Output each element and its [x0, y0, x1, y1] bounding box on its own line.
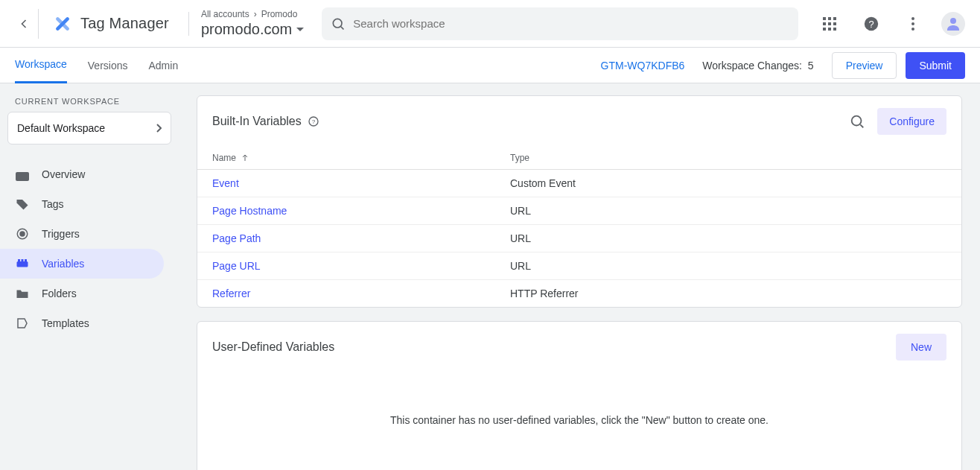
userdef-card-title: User-Defined Variables: [212, 340, 334, 354]
col-type-header: Type: [510, 153, 946, 163]
sidebar-item-label: Folders: [42, 288, 77, 299]
target-icon: [16, 227, 29, 241]
more-vert-icon: [911, 17, 914, 31]
divider: [188, 12, 189, 36]
breadcrumb: All accounts › Promodo promodo.com: [201, 9, 304, 38]
sidebar-item-label: Variables: [42, 258, 84, 270]
arrow-left-icon: [16, 16, 31, 31]
svg-point-14: [911, 17, 914, 20]
svg-rect-22: [18, 259, 20, 261]
folder-icon: [16, 287, 29, 300]
builtin-variables-card: Built-In Variables ? Configure Name Type…: [197, 95, 962, 308]
apps-grid-icon: [823, 17, 836, 31]
tab-workspace[interactable]: Workspace: [15, 48, 67, 83]
svg-text:?: ?: [312, 118, 316, 125]
sidebar-item-folders[interactable]: Folders: [0, 279, 164, 308]
more-button[interactable]: [900, 10, 926, 37]
svg-rect-3: [823, 17, 826, 20]
variable-name[interactable]: Event: [212, 177, 510, 189]
sidebar: CURRENT WORKSPACE Default Workspace Over…: [0, 83, 179, 470]
variable-name[interactable]: Referrer: [212, 288, 510, 299]
svg-point-17: [950, 18, 956, 24]
sidebar-item-templates[interactable]: Templates: [0, 308, 164, 338]
search-input[interactable]: [353, 17, 789, 30]
account-avatar[interactable]: [941, 12, 965, 36]
sidebar-item-triggers[interactable]: Triggers: [0, 219, 164, 249]
variable-type: URL: [510, 232, 946, 244]
variable-type: HTTP Referrer: [510, 288, 946, 299]
sidebar-nav: Overview Tags Triggers Variables Folders…: [0, 159, 179, 338]
userdef-empty-message: This container has no user-defined varia…: [197, 372, 961, 470]
builtin-search-button[interactable]: [849, 113, 865, 130]
svg-point-15: [911, 22, 914, 25]
apps-button[interactable]: [816, 10, 843, 37]
variable-type: Custom Event: [510, 177, 946, 189]
caret-down-icon: [296, 26, 304, 34]
tab-admin[interactable]: Admin: [148, 48, 178, 83]
container-id[interactable]: GTM-WQ7KDFB6: [601, 60, 685, 72]
userdef-variables-card: User-Defined Variables New This containe…: [197, 321, 962, 470]
table-row[interactable]: Page URL URL: [197, 253, 961, 280]
back-button[interactable]: [9, 9, 39, 39]
sidebar-item-label: Templates: [42, 317, 89, 329]
search-box[interactable]: [322, 7, 798, 40]
variable-name[interactable]: Page Path: [212, 232, 510, 244]
content: Built-In Variables ? Configure Name Type…: [179, 83, 980, 470]
dashboard-icon: [16, 168, 29, 181]
preview-button[interactable]: Preview: [832, 52, 897, 79]
table-row[interactable]: Referrer HTTP Referrer: [197, 280, 961, 307]
breadcrumb-accounts[interactable]: All accounts: [201, 9, 249, 19]
svg-rect-7: [828, 22, 831, 25]
help-button[interactable]: ?: [858, 10, 885, 37]
variable-name[interactable]: Page Hostname: [212, 205, 510, 217]
variable-type: URL: [510, 260, 946, 272]
layout: CURRENT WORKSPACE Default Workspace Over…: [0, 83, 980, 470]
sidebar-item-label: Overview: [42, 168, 85, 180]
sort-asc-icon: [241, 153, 249, 162]
configure-button[interactable]: Configure: [877, 108, 946, 135]
col-name-header[interactable]: Name: [212, 153, 510, 163]
workspace-selector[interactable]: Default Workspace: [7, 112, 171, 145]
sidebar-item-variables[interactable]: Variables: [0, 249, 164, 279]
tag-icon: [16, 197, 29, 211]
svg-rect-6: [823, 22, 826, 25]
variable-name[interactable]: Page URL: [212, 260, 510, 272]
table-row[interactable]: Page Hostname URL: [197, 197, 961, 225]
variable-icon: [16, 257, 29, 270]
container-name: promodo.com: [201, 21, 292, 38]
breadcrumb-account[interactable]: Promodo: [261, 9, 298, 19]
submit-button[interactable]: Submit: [906, 52, 965, 79]
sidebar-item-overview[interactable]: Overview: [0, 159, 164, 189]
svg-rect-8: [833, 22, 836, 25]
svg-rect-18: [16, 172, 29, 181]
svg-point-20: [20, 232, 25, 236]
svg-point-2: [334, 19, 343, 28]
table-row[interactable]: Page Path URL: [197, 225, 961, 253]
brand[interactable]: Tag Manager: [45, 13, 176, 34]
new-button[interactable]: New: [896, 334, 946, 361]
top-icons: ?: [816, 10, 971, 37]
variable-type: URL: [510, 205, 946, 217]
topbar: Tag Manager All accounts › Promodo promo…: [0, 0, 980, 48]
sidebar-item-label: Tags: [42, 198, 64, 210]
svg-point-27: [852, 116, 862, 126]
svg-text:?: ?: [868, 18, 874, 29]
workspace-changes: Workspace Changes: 5: [702, 60, 813, 72]
svg-rect-5: [833, 17, 836, 20]
brand-name: Tag Manager: [80, 15, 169, 32]
tabbar: Workspace Versions Admin GTM-WQ7KDFB6 Wo…: [0, 48, 980, 83]
workspace-name: Default Workspace: [17, 122, 105, 134]
help-circle-icon[interactable]: ?: [308, 115, 319, 127]
container-selector[interactable]: promodo.com: [201, 21, 304, 38]
user-icon: [944, 15, 962, 33]
current-workspace-label: CURRENT WORKSPACE: [0, 97, 179, 106]
help-icon: ?: [863, 16, 879, 32]
search-icon: [849, 113, 865, 130]
svg-rect-9: [823, 28, 826, 31]
table-row[interactable]: Event Custom Event: [197, 170, 961, 197]
svg-rect-4: [828, 17, 831, 20]
sidebar-item-tags[interactable]: Tags: [0, 189, 164, 219]
tab-versions[interactable]: Versions: [88, 48, 128, 83]
svg-point-16: [911, 28, 914, 31]
search-icon: [331, 16, 346, 31]
